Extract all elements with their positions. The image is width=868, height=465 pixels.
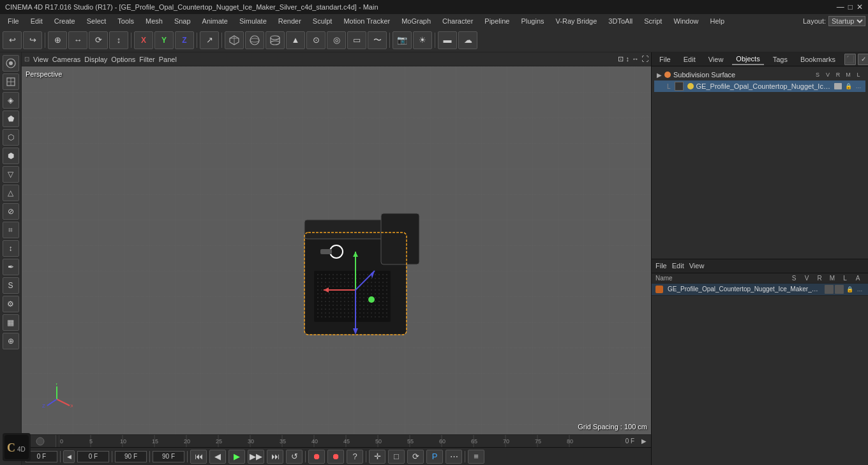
left-tool-6[interactable]: ⬢: [3, 148, 19, 164]
disc-button[interactable]: ◎: [327, 31, 346, 49]
minimize-button[interactable]: —: [837, 3, 844, 11]
menu-script[interactable]: Script: [639, 16, 667, 26]
left-tool-15[interactable]: ▦: [3, 314, 19, 331]
menu-create[interactable]: Create: [49, 16, 80, 26]
menu-animate[interactable]: Animate: [197, 16, 233, 26]
menu-vray[interactable]: V-Ray Bridge: [551, 16, 602, 26]
step-frame-input[interactable]: [153, 451, 184, 462]
left-tool-4[interactable]: ⬟: [3, 111, 19, 127]
menu-file[interactable]: File: [3, 16, 24, 26]
go-start-button[interactable]: ⏮: [190, 450, 207, 464]
menu-simulate[interactable]: Simulate: [234, 16, 272, 26]
left-tool-12[interactable]: ✒: [3, 259, 19, 275]
viewport-maximize[interactable]: ⛶: [641, 55, 648, 63]
left-tool-8[interactable]: △: [3, 185, 19, 201]
panel-menu[interactable]: Panel: [159, 56, 177, 63]
menu-tools[interactable]: Tools: [112, 16, 139, 26]
undo-button[interactable]: ↩: [3, 31, 22, 49]
display-menu[interactable]: Display: [84, 56, 107, 63]
menu-window[interactable]: Window: [668, 16, 703, 26]
view-menu[interactable]: View: [33, 56, 49, 63]
floor-button[interactable]: ▬: [438, 31, 457, 49]
snap-translate-button[interactable]: ✛: [369, 450, 385, 464]
options-menu[interactable]: Options: [111, 56, 135, 63]
objects-tab-bookmarks[interactable]: Bookmarks: [797, 54, 839, 65]
cylinder-button[interactable]: [266, 31, 285, 49]
menu-edit[interactable]: Edit: [26, 16, 48, 26]
object-row-ice-maker[interactable]: L GE_Profile_Opal_Countertop_Nugget_Ice_…: [654, 80, 865, 92]
light-button[interactable]: ☀: [413, 31, 432, 49]
attrs-lock-icon[interactable]: 🔒: [845, 285, 854, 294]
start-frame-input[interactable]: [77, 451, 109, 462]
obj-icon-v[interactable]: V: [823, 70, 832, 79]
left-tool-14[interactable]: ⚙: [3, 296, 19, 312]
menu-3dtoall[interactable]: 3DToAll: [603, 16, 638, 26]
object-row-subdivision[interactable]: ▶ Subdivision Surface S V R M L: [654, 69, 865, 80]
left-tool-7[interactable]: ▽: [3, 166, 19, 183]
play-button[interactable]: ▶: [228, 450, 245, 464]
left-tool-13[interactable]: S: [3, 277, 19, 294]
sphere-button[interactable]: [245, 31, 264, 49]
record-pos-button[interactable]: ⏺: [327, 450, 344, 464]
objects-tab-view[interactable]: View: [705, 54, 728, 65]
objects-tab-edit[interactable]: Edit: [680, 54, 700, 65]
attrs-swatch-1[interactable]: [825, 285, 834, 294]
maximize-button[interactable]: □: [848, 3, 853, 11]
filter-menu[interactable]: Filter: [139, 56, 154, 63]
left-tool-5[interactable]: ⬡: [3, 129, 19, 146]
camera-button[interactable]: 📷: [393, 31, 412, 49]
menu-help[interactable]: Help: [705, 16, 730, 26]
obj-icon-l[interactable]: L: [854, 70, 863, 79]
left-tool-3[interactable]: ◈: [3, 92, 19, 109]
3d-viewport[interactable]: X Y Z: [22, 66, 651, 434]
cube-button[interactable]: [225, 31, 244, 49]
redo-button[interactable]: ↪: [23, 31, 42, 49]
snap-scale-button[interactable]: ⟳: [407, 450, 424, 464]
attrs-swatch-2[interactable]: [835, 285, 844, 294]
menu-character[interactable]: Character: [437, 16, 478, 26]
cameras-menu[interactable]: Cameras: [52, 56, 81, 63]
record-button[interactable]: ⏺: [308, 450, 325, 464]
left-tool-10[interactable]: ⌗: [3, 222, 19, 238]
plane-button[interactable]: ▭: [347, 31, 366, 49]
close-button[interactable]: ✕: [857, 3, 863, 11]
frame-prev-input[interactable]: ◀: [63, 450, 75, 463]
go-end-button[interactable]: ⏭: [267, 450, 283, 464]
obj-icon-extra[interactable]: …: [854, 82, 863, 91]
select-tool-button[interactable]: ⊕: [48, 31, 67, 49]
snap-rotate-button[interactable]: □: [388, 450, 405, 464]
menu-sculpt[interactable]: Sculpt: [308, 16, 338, 26]
move-tool-button[interactable]: ↔: [68, 31, 87, 49]
obj-icon-m[interactable]: M: [844, 70, 853, 79]
obj-icon-s[interactable]: S: [813, 70, 822, 79]
menu-plugins[interactable]: Plugins: [516, 16, 549, 26]
attrs-tab-edit[interactable]: Edit: [672, 262, 684, 270]
menu-mesh[interactable]: Mesh: [140, 16, 168, 26]
left-tool-1[interactable]: [3, 55, 19, 72]
axis-y-button[interactable]: Y: [154, 31, 174, 49]
viewport-icon-1[interactable]: ⊡: [618, 55, 624, 63]
axis-x-button[interactable]: X: [134, 31, 153, 49]
attrs-tab-view[interactable]: View: [689, 262, 705, 270]
scale-tool-button[interactable]: ⟳: [89, 31, 108, 49]
objects-tab-file[interactable]: File: [655, 54, 675, 65]
keyframe-button[interactable]: ≡: [468, 450, 484, 464]
end-frame-input[interactable]: [115, 451, 147, 462]
objects-tab-tags[interactable]: Tags: [769, 54, 791, 65]
menu-snap[interactable]: Snap: [169, 16, 196, 26]
obj-icon-r[interactable]: R: [834, 70, 842, 79]
left-tool-2[interactable]: [3, 73, 19, 90]
objects-tab-objects[interactable]: Objects: [732, 54, 763, 65]
menu-motion-tracker[interactable]: Motion Tracker: [338, 16, 395, 26]
menu-render[interactable]: Render: [273, 16, 306, 26]
axis-z-button[interactable]: Z: [175, 31, 194, 49]
snap-param-button[interactable]: P: [426, 450, 443, 464]
rotate-tool-button[interactable]: ↕: [109, 31, 128, 49]
objects-icon-1[interactable]: ⬛: [844, 54, 856, 65]
timeline-scroll-btn[interactable]: ▶: [640, 438, 648, 445]
timeline-track[interactable]: 0 5 10 15 20 25 30 35 40: [56, 435, 620, 447]
layout-select[interactable]: Startup: [828, 16, 865, 26]
torus-button[interactable]: ⊙: [306, 31, 326, 49]
obj-icon-lock[interactable]: 🔒: [844, 82, 853, 91]
loop-button[interactable]: ↺: [286, 450, 303, 464]
